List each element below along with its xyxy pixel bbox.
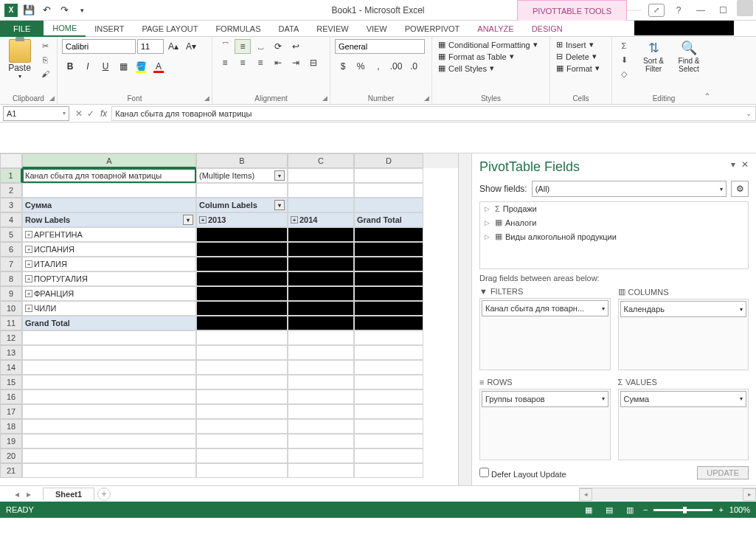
grid-body[interactable]: 1 Канал сбыта для товарной матрицы (Mult… — [0, 168, 458, 485]
format-painter-icon[interactable]: 🖌 — [38, 67, 52, 80]
user-avatar[interactable] — [737, 0, 753, 16]
orientation-icon[interactable]: ⟳ — [270, 39, 286, 54]
number-format-select[interactable] — [335, 39, 425, 54]
formula-input[interactable]: Канал сбыта для товарной матрицы — [111, 106, 756, 121]
border-button[interactable]: ▦ — [115, 59, 131, 74]
tab-data[interactable]: DATA — [270, 21, 308, 37]
save-icon[interactable]: 💾 — [21, 2, 37, 18]
field-item[interactable]: ▷ΣПродажи — [480, 202, 748, 215]
pane-dropdown-icon[interactable]: ▾ — [731, 159, 735, 170]
enter-formula-icon[interactable]: ✓ — [87, 108, 94, 119]
col-header-d[interactable]: D — [354, 153, 423, 168]
format-as-table-button[interactable]: ▦Format as Table ▾ — [437, 51, 539, 62]
find-select-button[interactable]: 🔍 Find & Select — [673, 39, 705, 73]
align-left-icon[interactable]: ≡ — [217, 55, 233, 70]
maximize-icon[interactable]: ☐ — [715, 4, 731, 17]
user-account[interactable] — [634, 21, 734, 35]
paste-button[interactable]: Paste ▾ — [4, 39, 35, 80]
font-name-input[interactable] — [62, 39, 136, 54]
row-field-item[interactable]: Группы товаров▾ — [482, 391, 608, 407]
expand-formula-bar-icon[interactable]: ⌄ — [746, 109, 752, 117]
wrap-text-icon[interactable]: ↩ — [288, 39, 304, 54]
cell-styles-button[interactable]: ▦Cell Styles ▾ — [437, 63, 539, 74]
align-right-icon[interactable]: ≡ — [252, 55, 268, 70]
ribbon-display-icon[interactable]: ⤢ — [648, 4, 665, 17]
expand-icon[interactable]: + — [25, 231, 32, 238]
decrease-font-icon[interactable]: A▾ — [183, 39, 199, 54]
insert-cells-button[interactable]: ⊞Insert ▾ — [555, 39, 601, 50]
col-header-c[interactable]: C — [288, 153, 354, 168]
align-top-icon[interactable]: ⎴ — [217, 39, 233, 54]
sort-filter-button[interactable]: ⇅ Sort & Filter — [637, 39, 670, 73]
value-field-item[interactable]: Сумма▾ — [620, 391, 747, 407]
select-all-corner[interactable] — [0, 153, 22, 168]
decrease-decimal-icon[interactable]: .0 — [406, 59, 422, 74]
show-fields-select[interactable]: (All)▾ — [532, 181, 726, 197]
close-pane-icon[interactable]: ✕ — [741, 159, 749, 170]
percent-format-icon[interactable]: % — [353, 59, 369, 74]
font-size-input[interactable] — [137, 39, 164, 54]
expand-icon[interactable]: + — [291, 216, 298, 224]
increase-font-icon[interactable]: A▴ — [165, 39, 181, 54]
fill-color-button[interactable]: 🪣 — [133, 59, 149, 74]
column-field-item[interactable]: Календарь▾ — [620, 301, 747, 317]
filters-zone[interactable]: Канал сбыта для товарн...▾ — [479, 298, 611, 370]
filter-icon[interactable]: ▾ — [274, 170, 285, 181]
conditional-formatting-button[interactable]: ▦Conditional Formatting ▾ — [437, 39, 539, 50]
italic-button[interactable]: I — [80, 59, 96, 74]
row-header[interactable]: 3 — [0, 198, 22, 212]
filter-field-item[interactable]: Канал сбыта для товарн...▾ — [482, 300, 608, 316]
collapse-ribbon-icon[interactable]: ⌃ — [704, 91, 711, 102]
increase-indent-icon[interactable]: ⇥ — [288, 55, 304, 70]
tab-design[interactable]: DESIGN — [523, 21, 572, 37]
increase-decimal-icon[interactable]: .00 — [388, 59, 404, 74]
sheet-nav-prev-icon[interactable]: ◂ — [15, 489, 19, 499]
merge-center-icon[interactable]: ⊟ — [305, 55, 322, 70]
format-cells-button[interactable]: ▦Format ▾ — [555, 63, 601, 74]
gear-icon[interactable]: ⚙ — [731, 181, 749, 197]
app-icon[interactable]: X — [3, 2, 19, 18]
zoom-level[interactable]: 100% — [729, 505, 750, 514]
scroll-right-icon[interactable]: ▸ — [743, 488, 756, 501]
tab-file[interactable]: FILE — [0, 21, 44, 37]
cell-b1[interactable]: (Multiple Items)▾ — [196, 168, 288, 183]
align-center-icon[interactable]: ≡ — [235, 55, 251, 70]
clipboard-launcher-icon[interactable]: ◢ — [49, 94, 55, 102]
tab-formulas[interactable]: FORMULAS — [207, 21, 269, 37]
filter-icon[interactable]: ▾ — [274, 200, 285, 210]
help-icon[interactable]: ? — [670, 4, 687, 17]
zoom-out-icon[interactable]: − — [643, 505, 648, 514]
field-list[interactable]: ▷ΣПродажи ▷▦Аналоги ▷▦Виды алкогольной п… — [479, 201, 749, 269]
field-item[interactable]: ▷▦Аналоги — [480, 215, 748, 229]
sheet-tab[interactable]: Sheet1 — [43, 488, 94, 500]
expand-icon[interactable]: + — [199, 216, 207, 224]
page-break-view-icon[interactable]: ▥ — [623, 504, 637, 516]
expand-icon[interactable]: + — [25, 260, 32, 268]
zoom-slider[interactable] — [653, 509, 712, 511]
number-launcher-icon[interactable]: ◢ — [424, 94, 429, 102]
name-box[interactable]: A1▾ — [3, 106, 69, 121]
tab-powerpivot[interactable]: POWERPIVOT — [396, 21, 469, 37]
tab-home[interactable]: HOME — [44, 21, 86, 37]
col-header-b[interactable]: B — [196, 153, 288, 168]
underline-button[interactable]: U — [97, 59, 114, 74]
cell[interactable] — [354, 168, 423, 183]
row-header[interactable]: 2 — [0, 183, 22, 198]
cut-icon[interactable]: ✂ — [38, 39, 52, 52]
tab-analyze[interactable]: ANALYZE — [468, 21, 522, 37]
update-button[interactable]: UPDATE — [697, 466, 749, 479]
decrease-indent-icon[interactable]: ⇤ — [270, 55, 286, 70]
undo-icon[interactable]: ↶ — [38, 2, 55, 18]
copy-icon[interactable]: ⎘ — [38, 53, 52, 66]
alignment-launcher-icon[interactable]: ◢ — [322, 94, 327, 102]
expand-icon[interactable]: + — [25, 305, 32, 312]
horizontal-scrollbar[interactable] — [592, 488, 743, 501]
tab-view[interactable]: VIEW — [358, 21, 396, 37]
clear-icon[interactable]: ◇ — [617, 67, 631, 80]
minimize-icon[interactable]: — — [693, 4, 709, 17]
page-layout-view-icon[interactable]: ▤ — [602, 504, 617, 516]
values-zone[interactable]: Сумма▾ — [618, 389, 749, 461]
bold-button[interactable]: B — [62, 59, 78, 74]
expand-icon[interactable]: + — [25, 246, 32, 253]
comma-format-icon[interactable]: , — [370, 59, 386, 74]
